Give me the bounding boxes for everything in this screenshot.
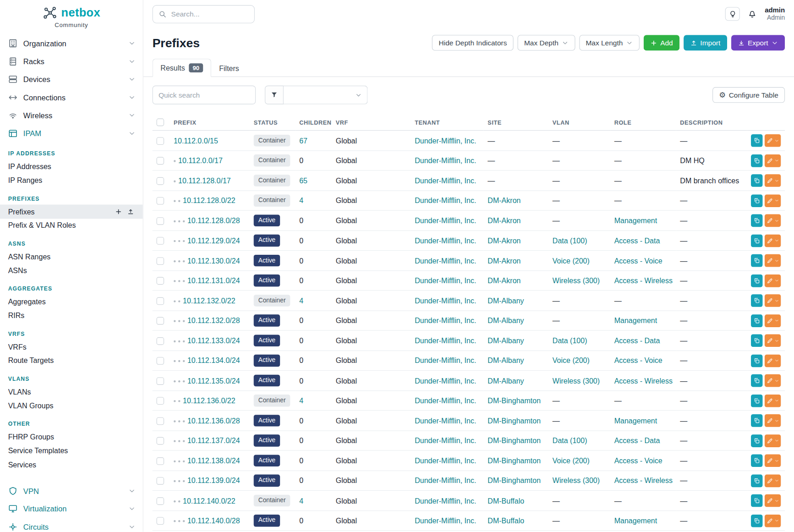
- sidebar-item-vpn[interactable]: VPN: [0, 482, 143, 500]
- children-link[interactable]: 4: [299, 397, 303, 405]
- role-link[interactable]: Management: [614, 317, 657, 325]
- site-link[interactable]: DM-Binghamton: [487, 457, 541, 465]
- site-link[interactable]: DM-Akron: [487, 217, 520, 225]
- sidebar-item-virtualization[interactable]: Virtualization: [0, 500, 143, 518]
- column-header-role[interactable]: ROLE: [610, 115, 676, 131]
- children-link[interactable]: 4: [299, 296, 303, 305]
- prefix-link[interactable]: 10.112.138.0/24: [187, 457, 240, 465]
- prefix-link[interactable]: 10.112.135.0/24: [187, 377, 240, 385]
- column-header-children[interactable]: CHILDREN: [295, 115, 332, 131]
- sidebar-item-prefix-vlan-roles[interactable]: Prefix & VLAN Roles: [0, 219, 143, 232]
- tenant-link[interactable]: Dunder-Mifflin, Inc.: [415, 157, 476, 165]
- vlan-link[interactable]: Wireless (300): [553, 377, 600, 385]
- role-link[interactable]: Access - Wireless: [614, 377, 673, 385]
- sidebar-item-circuits[interactable]: Circuits: [0, 518, 143, 532]
- children-link[interactable]: 4: [299, 497, 303, 505]
- sidebar-item-connections[interactable]: Connections: [0, 88, 143, 106]
- site-link[interactable]: DM-Binghamton: [487, 397, 541, 405]
- tenant-link[interactable]: Dunder-Mifflin, Inc.: [415, 176, 476, 185]
- column-header-description[interactable]: DESCRIPTION: [676, 115, 747, 131]
- global-search[interactable]: [153, 5, 255, 23]
- sidebar-item-ipam[interactable]: IPAM: [0, 124, 143, 142]
- quick-import-button[interactable]: [125, 206, 137, 217]
- clone-button[interactable]: [751, 154, 763, 167]
- row-checkbox[interactable]: [157, 217, 164, 225]
- site-link[interactable]: DM-Akron: [487, 197, 520, 205]
- site-link[interactable]: DM-Akron: [487, 257, 520, 265]
- prefix-link[interactable]: 10.112.136.0/28: [187, 417, 240, 425]
- row-checkbox[interactable]: [157, 297, 164, 305]
- tenant-link[interactable]: Dunder-Mifflin, Inc.: [415, 317, 476, 325]
- edit-button[interactable]: [765, 154, 781, 167]
- edit-button[interactable]: [765, 134, 781, 147]
- max-depth-dropdown[interactable]: Max Depth: [518, 35, 575, 50]
- prefix-link[interactable]: 10.112.133.0/24: [187, 337, 240, 345]
- tenant-link[interactable]: Dunder-Mifflin, Inc.: [415, 217, 476, 225]
- edit-button[interactable]: [765, 474, 781, 487]
- row-checkbox[interactable]: [157, 197, 164, 205]
- role-link[interactable]: Access - Voice: [614, 457, 663, 465]
- role-link[interactable]: Access - Data: [614, 437, 660, 445]
- children-link[interactable]: 67: [299, 137, 307, 145]
- select-all-checkbox[interactable]: [157, 119, 164, 126]
- theme-toggle-button[interactable]: [725, 7, 740, 21]
- sidebar-item-aggregates[interactable]: Aggregates: [0, 295, 143, 308]
- row-checkbox[interactable]: [157, 317, 164, 325]
- filter-button[interactable]: [265, 86, 284, 104]
- vlan-link[interactable]: Wireless (300): [553, 277, 600, 285]
- vlan-link[interactable]: Data (100): [553, 337, 587, 345]
- prefix-link[interactable]: 10.112.139.0/24: [187, 477, 240, 485]
- netbox-logo[interactable]: netbox Community: [0, 0, 143, 28]
- clone-button[interactable]: [751, 174, 763, 187]
- prefix-link[interactable]: 10.112.140.0/28: [187, 516, 240, 525]
- edit-button[interactable]: [765, 214, 781, 227]
- sidebar-item-route-targets[interactable]: Route Targets: [0, 354, 143, 367]
- clone-button[interactable]: [751, 314, 763, 327]
- children-link[interactable]: 65: [299, 176, 307, 185]
- row-checkbox[interactable]: [157, 257, 164, 265]
- row-checkbox[interactable]: [157, 497, 164, 505]
- tenant-link[interactable]: Dunder-Mifflin, Inc.: [415, 497, 476, 505]
- edit-button[interactable]: [765, 294, 781, 307]
- role-link[interactable]: Access - Voice: [614, 356, 663, 365]
- sidebar-item-asn-ranges[interactable]: ASN Ranges: [0, 250, 143, 263]
- site-link[interactable]: DM-Albany: [487, 337, 524, 345]
- sidebar-item-racks[interactable]: Racks: [0, 52, 143, 70]
- role-link[interactable]: Management: [614, 516, 657, 525]
- sidebar-item-rirs[interactable]: RIRs: [0, 309, 143, 323]
- tenant-link[interactable]: Dunder-Mifflin, Inc.: [415, 197, 476, 205]
- edit-button[interactable]: [765, 515, 781, 527]
- prefix-link[interactable]: 10.112.137.0/24: [187, 437, 240, 445]
- tenant-link[interactable]: Dunder-Mifflin, Inc.: [415, 356, 476, 365]
- edit-button[interactable]: [765, 194, 781, 207]
- role-link[interactable]: Access - Wireless: [614, 277, 673, 285]
- edit-button[interactable]: [765, 254, 781, 267]
- prefix-link[interactable]: 10.112.128.0/28: [187, 217, 240, 225]
- sidebar-item-ip-addresses[interactable]: IP Addresses: [0, 159, 143, 173]
- edit-button[interactable]: [765, 174, 781, 187]
- column-header-status[interactable]: STATUS: [250, 115, 295, 131]
- sidebar-item-organization[interactable]: Organization: [0, 34, 143, 52]
- column-header-tenant[interactable]: TENANT: [411, 115, 483, 131]
- row-checkbox[interactable]: [157, 437, 164, 445]
- row-checkbox[interactable]: [157, 477, 164, 485]
- row-checkbox[interactable]: [157, 337, 164, 345]
- sidebar-item-service-templates[interactable]: Service Templates: [0, 444, 143, 458]
- row-checkbox[interactable]: [157, 137, 164, 145]
- edit-button[interactable]: [765, 335, 781, 347]
- prefix-link[interactable]: 10.112.140.0/22: [183, 497, 235, 505]
- prefix-link[interactable]: 10.112.131.0/24: [187, 277, 240, 285]
- clone-button[interactable]: [751, 214, 763, 227]
- clone-button[interactable]: [751, 294, 763, 307]
- edit-button[interactable]: [765, 314, 781, 327]
- prefix-link[interactable]: 10.112.0.0/15: [174, 137, 218, 145]
- role-link[interactable]: Management: [614, 217, 657, 225]
- edit-button[interactable]: [765, 234, 781, 247]
- clone-button[interactable]: [751, 414, 763, 427]
- tenant-link[interactable]: Dunder-Mifflin, Inc.: [415, 477, 476, 485]
- edit-button[interactable]: [765, 354, 781, 367]
- prefix-link[interactable]: 10.112.129.0/24: [187, 236, 240, 245]
- tenant-link[interactable]: Dunder-Mifflin, Inc.: [415, 417, 476, 425]
- role-link[interactable]: Access - Data: [614, 236, 660, 245]
- site-link[interactable]: DM-Binghamton: [487, 437, 541, 445]
